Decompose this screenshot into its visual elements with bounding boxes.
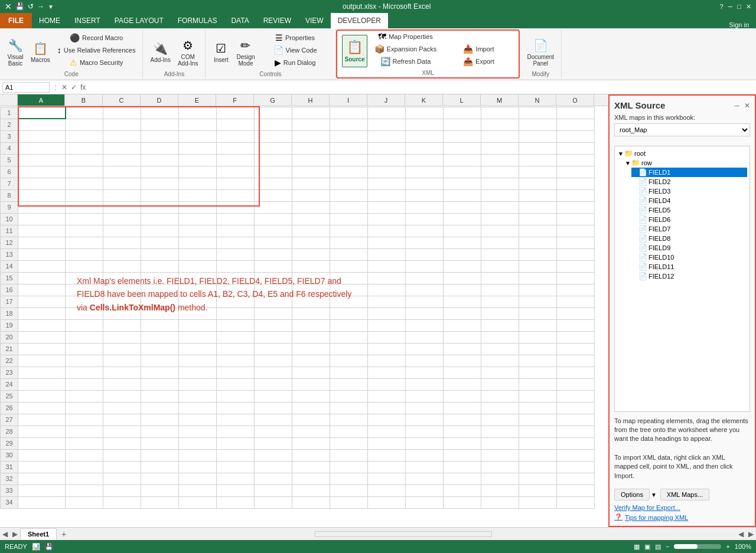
addins-button[interactable]: 🔌 Add-Ins [148, 36, 172, 68]
cell-22-12[interactable] [444, 355, 481, 367]
cell-1-1[interactable] [18, 107, 66, 119]
cell-34-12[interactable] [444, 496, 481, 508]
refresh-data-button[interactable]: 🔄 Refresh Data [370, 55, 441, 67]
cell-23-7[interactable] [255, 367, 292, 378]
cell-20-6[interactable] [217, 331, 255, 343]
cell-14-14[interactable] [519, 260, 557, 272]
cell-19-1[interactable] [18, 319, 66, 331]
tab-data[interactable]: DATA [224, 13, 256, 28]
run-dialog-button[interactable]: ▶ Run Dialog [260, 57, 331, 68]
cell-5-6[interactable] [217, 154, 255, 166]
cell-17-14[interactable] [519, 296, 557, 307]
row-num-34[interactable]: 34 [1, 496, 18, 508]
cell-1-2[interactable] [66, 107, 103, 119]
tree-field1-item[interactable]: 📄 FIELD1 [631, 168, 747, 177]
cell-26-14[interactable] [519, 402, 557, 414]
col-header-k[interactable]: K [405, 94, 443, 106]
cell-25-11[interactable] [406, 390, 444, 402]
row-num-23[interactable]: 23 [1, 367, 18, 378]
cell-28-1[interactable] [18, 426, 66, 437]
cell-31-11[interactable] [406, 461, 444, 473]
cell-21-9[interactable] [330, 343, 368, 355]
cell-22-8[interactable] [292, 355, 330, 367]
cell-6-3[interactable] [103, 166, 141, 178]
cell-21-12[interactable] [444, 343, 481, 355]
tree-field3-item[interactable]: 📄 FIELD3 [631, 186, 747, 196]
cell-10-2[interactable] [66, 213, 103, 225]
cell-3-15[interactable] [557, 130, 595, 142]
cell-21-15[interactable] [557, 343, 595, 355]
verify-link[interactable]: Verify Map for Export... [614, 504, 750, 511]
cell-7-9[interactable] [330, 178, 368, 189]
macros-button[interactable]: 📋 Macros [28, 36, 53, 68]
confirm-formula-icon[interactable]: ✓ [71, 83, 77, 91]
cell-29-5[interactable] [179, 437, 217, 449]
cell-5-3[interactable] [103, 154, 141, 166]
cell-20-15[interactable] [557, 331, 595, 343]
cell-34-8[interactable] [292, 496, 330, 508]
cell-15-1[interactable] [18, 272, 66, 284]
cell-22-5[interactable] [179, 355, 217, 367]
cell-13-11[interactable] [406, 248, 444, 260]
cell-9-11[interactable] [406, 201, 444, 213]
cell-14-7[interactable] [255, 260, 292, 272]
cell-2-14[interactable] [519, 119, 557, 130]
cell-25-2[interactable] [66, 390, 103, 402]
cell-4-15[interactable] [557, 142, 595, 154]
row-num-20[interactable]: 20 [1, 331, 18, 343]
cell-4-8[interactable] [292, 142, 330, 154]
cell-31-6[interactable] [217, 461, 255, 473]
cell-31-3[interactable] [103, 461, 141, 473]
cell-19-6[interactable] [217, 319, 255, 331]
cell-26-9[interactable] [330, 402, 368, 414]
cell-29-10[interactable] [368, 437, 406, 449]
cell-19-12[interactable] [444, 319, 481, 331]
cell-1-10[interactable] [368, 107, 406, 119]
row-num-27[interactable]: 27 [1, 414, 18, 426]
cell-1-8[interactable] [292, 107, 330, 119]
status-view-preview[interactable]: ▤ [655, 543, 661, 551]
cell-21-2[interactable] [66, 343, 103, 355]
col-header-e[interactable]: E [178, 94, 216, 106]
cell-10-1[interactable] [18, 213, 66, 225]
cell-1-7[interactable] [255, 107, 292, 119]
cell-11-15[interactable] [557, 225, 595, 237]
cell-24-8[interactable] [292, 378, 330, 390]
cell-13-5[interactable] [179, 248, 217, 260]
cell-27-14[interactable] [519, 414, 557, 426]
cell-22-1[interactable] [18, 355, 66, 367]
cell-22-10[interactable] [368, 355, 406, 367]
cell-25-6[interactable] [217, 390, 255, 402]
cell-13-2[interactable] [66, 248, 103, 260]
cell-32-9[interactable] [330, 473, 368, 485]
cell-32-4[interactable] [141, 473, 179, 485]
cell-19-14[interactable] [519, 319, 557, 331]
row-num-29[interactable]: 29 [1, 437, 18, 449]
cell-31-14[interactable] [519, 461, 557, 473]
xml-panel-close-icon[interactable]: ✕ [744, 102, 750, 110]
cell-5-10[interactable] [368, 154, 406, 166]
cell-8-2[interactable] [66, 189, 103, 201]
cell-25-8[interactable] [292, 390, 330, 402]
cell-11-1[interactable] [18, 225, 66, 237]
row-num-6[interactable]: 6 [1, 166, 18, 178]
cell-26-12[interactable] [444, 402, 481, 414]
cell-1-12[interactable] [444, 107, 481, 119]
cell-28-8[interactable] [292, 426, 330, 437]
cell-27-6[interactable] [217, 414, 255, 426]
row-num-19[interactable]: 19 [1, 319, 18, 331]
cell-14-9[interactable] [330, 260, 368, 272]
cell-31-2[interactable] [66, 461, 103, 473]
cell-8-14[interactable] [519, 189, 557, 201]
properties-button[interactable]: ☰ Properties [260, 32, 331, 44]
cell-5-4[interactable] [141, 154, 179, 166]
cell-32-5[interactable] [179, 473, 217, 485]
cell-18-15[interactable] [557, 307, 595, 319]
cell-7-14[interactable] [519, 178, 557, 189]
tree-field2-item[interactable]: 📄 FIELD2 [631, 177, 747, 186]
cell-5-14[interactable] [519, 154, 557, 166]
cell-32-15[interactable] [557, 473, 595, 485]
cell-31-7[interactable] [255, 461, 292, 473]
cell-22-14[interactable] [519, 355, 557, 367]
cell-4-4[interactable] [141, 142, 179, 154]
